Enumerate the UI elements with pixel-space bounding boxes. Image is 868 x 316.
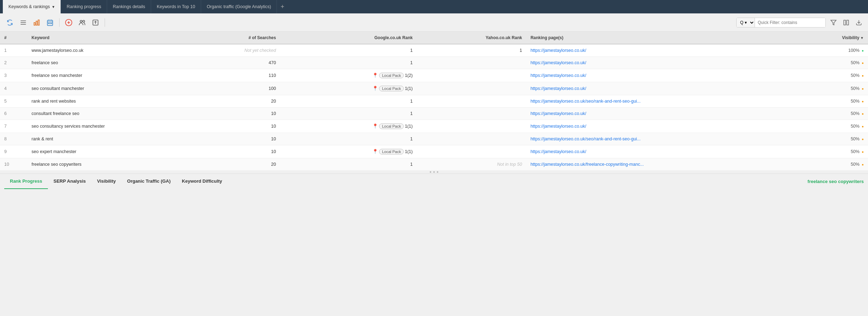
ranking-page-link[interactable]: https://jamestaylorseo.co.uk/ <box>531 86 586 91</box>
svg-rect-3 <box>34 23 35 25</box>
ranking-page-link[interactable]: https://jamestaylorseo.co.uk/ <box>531 60 586 65</box>
separator-2 <box>105 18 105 27</box>
local-pack-badge: Local Pack <box>379 123 404 129</box>
cell-ranking-page[interactable]: https://jamestaylorseo.co.uk/ <box>526 145 786 158</box>
cell-google-rank: 1 <box>280 57 417 69</box>
drag-handle[interactable]: • • • <box>0 171 868 174</box>
cell-ranking-page[interactable]: https://jamestaylorseo.co.uk/ <box>526 57 786 69</box>
cell-num: 6 <box>0 108 27 120</box>
search-type-select[interactable]: Q ▾ <box>737 18 755 28</box>
tab-keywords-top10[interactable]: Keywords in Top 10 <box>151 0 201 13</box>
ranking-page-link[interactable]: https://jamestaylorseo.co.uk/ <box>531 48 586 53</box>
cell-google-rank: 1 <box>280 133 417 145</box>
tab-keywords-top10-label: Keywords in Top 10 <box>157 4 195 9</box>
cell-visibility: 50%● <box>786 120 868 133</box>
cell-searches: 10 <box>191 120 280 133</box>
cell-searches: 20 <box>191 158 280 171</box>
svg-marker-21 <box>831 20 836 25</box>
cell-searches: 110 <box>191 69 280 82</box>
cell-num: 5 <box>0 95 27 108</box>
svg-point-17 <box>83 20 85 22</box>
toolbar: Q ▾ <box>0 13 868 32</box>
tab-organic-traffic[interactable]: Organic traffic (Google Analytics) <box>201 0 277 13</box>
local-pack-badge: Local Pack <box>379 86 404 91</box>
cell-keyword: seo consultancy services manchester <box>27 120 192 133</box>
columns-button[interactable] <box>841 18 851 28</box>
separator-1 <box>59 18 60 27</box>
manage-users-button[interactable] <box>76 17 88 28</box>
google-rank-value: 1(1) <box>405 124 413 129</box>
chart-button[interactable] <box>31 17 42 28</box>
cell-google-rank: 📍Local Pack1(1) <box>280 120 417 133</box>
svg-rect-4 <box>36 21 37 25</box>
cell-keyword: rank & rent <box>27 133 192 145</box>
cell-yahoo-rank <box>417 57 526 69</box>
bottom-tab-serp-label: SERP Analysis <box>54 178 86 184</box>
tab-rankings-details[interactable]: Rankings details <box>107 0 151 13</box>
visibility-dot: ● <box>862 74 864 78</box>
tab-ranking-progress[interactable]: Ranking progress <box>61 0 107 13</box>
col-header-keyword[interactable]: Keyword <box>27 32 192 44</box>
google-rank-value: 1(1) <box>405 149 413 154</box>
tab-ranking-progress-label: Ranking progress <box>67 4 101 9</box>
google-rank-value: 1 <box>410 162 413 167</box>
search-input[interactable] <box>755 18 825 28</box>
google-rank-value: 1(1) <box>405 86 413 91</box>
col-header-google[interactable]: Google.co.uk Rank <box>280 32 417 44</box>
bottom-tab-visibility-label: Visibility <box>97 178 116 184</box>
filter-button[interactable] <box>829 18 838 28</box>
tab-keywords[interactable]: Keywords & rankings ▼ <box>3 0 61 13</box>
cell-ranking-page[interactable]: https://jamestaylorseo.co.uk/ <box>526 108 786 120</box>
ranking-page-link[interactable]: https://jamestaylorseo.co.uk/freelance-c… <box>531 162 644 167</box>
cell-keyword: consultant freelance seo <box>27 108 192 120</box>
cell-keyword: seo consultant manchester <box>27 82 192 95</box>
col-header-searches[interactable]: # of Searches <box>191 32 280 44</box>
bottom-tab-rank-progress[interactable]: Rank Progress <box>4 174 48 189</box>
cell-num: 2 <box>0 57 27 69</box>
local-pack-badge: Local Pack <box>379 73 404 78</box>
add-tab-button[interactable]: + <box>277 0 288 13</box>
cell-num: 8 <box>0 133 27 145</box>
cell-ranking-page[interactable]: https://jamestaylorseo.co.uk/seo/rank-an… <box>526 133 786 145</box>
ranking-page-link[interactable]: https://jamestaylorseo.co.uk/ <box>531 149 586 154</box>
cell-visibility: 50%● <box>786 57 868 69</box>
cell-ranking-page[interactable]: https://jamestaylorseo.co.uk/ <box>526 69 786 82</box>
cell-ranking-page[interactable]: https://jamestaylorseo.co.uk/freelance-c… <box>526 158 786 171</box>
cell-visibility: 100%● <box>786 44 868 57</box>
cell-google-rank: 1 <box>280 158 417 171</box>
cell-visibility: 50%● <box>786 108 868 120</box>
cell-google-rank: 1 <box>280 44 417 57</box>
bottom-tab-visibility[interactable]: Visibility <box>92 174 122 189</box>
calendar-button[interactable] <box>44 17 56 28</box>
ranking-page-link[interactable]: https://jamestaylorseo.co.uk/ <box>531 73 586 78</box>
bottom-tab-organic-traffic[interactable]: Organic Traffic (GA) <box>122 174 176 189</box>
svg-point-16 <box>80 20 82 22</box>
ranking-page-link[interactable]: https://jamestaylorseo.co.uk/ <box>531 124 586 129</box>
download-button[interactable] <box>854 18 864 28</box>
visibility-dot: ● <box>862 49 864 53</box>
col-header-page[interactable]: Ranking page(s) <box>526 32 786 44</box>
cell-ranking-page[interactable]: https://jamestaylorseo.co.uk/ <box>526 44 786 57</box>
refresh-button[interactable] <box>4 17 16 28</box>
import-export-button[interactable] <box>90 17 101 28</box>
col-header-yahoo[interactable]: Yahoo.co.uk Rank <box>417 32 526 44</box>
ranking-page-link[interactable]: https://jamestaylorseo.co.uk/seo/rank-an… <box>531 99 641 104</box>
visibility-percent: 50% <box>851 99 860 104</box>
toolbar-left <box>4 17 736 28</box>
ranking-page-link[interactable]: https://jamestaylorseo.co.uk/seo/rank-an… <box>531 136 641 141</box>
cell-num: 1 <box>0 44 27 57</box>
cell-ranking-page[interactable]: https://jamestaylorseo.co.uk/ <box>526 82 786 95</box>
search-container: Q ▾ <box>736 18 826 28</box>
ranking-page-link[interactable]: https://jamestaylorseo.co.uk/ <box>531 111 586 116</box>
svg-rect-23 <box>847 20 849 25</box>
pin-icon: 📍 <box>372 73 378 78</box>
bottom-tab-serp-analysis[interactable]: SERP Analysis <box>48 174 92 189</box>
cell-ranking-page[interactable]: https://jamestaylorseo.co.uk/seo/rank-an… <box>526 95 786 108</box>
bottom-tab-keyword-difficulty[interactable]: Keyword Difficulty <box>176 174 228 189</box>
cell-ranking-page[interactable]: https://jamestaylorseo.co.uk/ <box>526 120 786 133</box>
col-header-visibility[interactable]: Visibility <box>786 32 868 44</box>
cell-google-rank: 📍Local Pack1(2) <box>280 69 417 82</box>
list-view-button[interactable] <box>18 17 29 28</box>
add-keyword-button[interactable] <box>63 17 74 28</box>
google-rank-value: 1(2) <box>405 73 413 78</box>
